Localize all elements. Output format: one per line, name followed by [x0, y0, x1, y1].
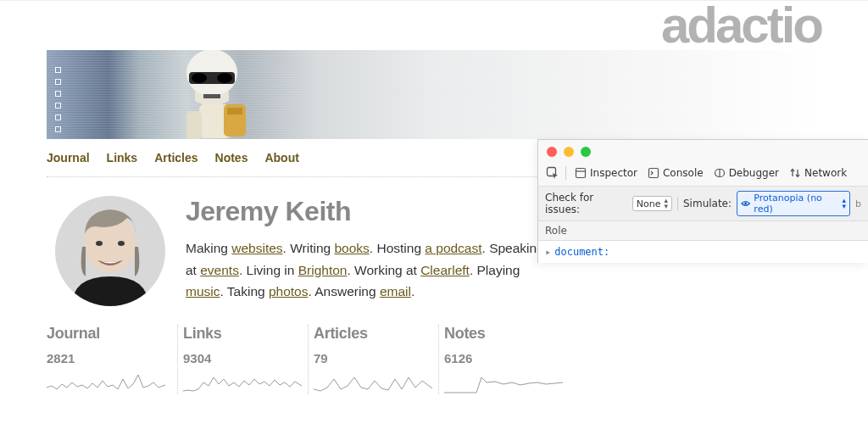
header-banner	[47, 50, 821, 139]
role-column-header: Role	[538, 221, 868, 241]
stormtrooper-image	[161, 50, 288, 139]
tab-network[interactable]: Network	[786, 165, 850, 181]
stat-journal[interactable]: Journal 2821	[47, 325, 177, 394]
tab-inspector[interactable]: Inspector	[571, 165, 641, 181]
nav-notes[interactable]: Notes	[215, 151, 248, 165]
svg-rect-14	[576, 169, 586, 178]
stat-count: 2821	[47, 351, 177, 365]
link-photos[interactable]: photos	[269, 284, 309, 298]
stat-count: 79	[314, 351, 438, 365]
link-websites[interactable]: websites	[231, 241, 282, 255]
nav-about[interactable]: About	[264, 151, 298, 165]
stat-label: Links	[183, 325, 308, 343]
window-controls	[538, 140, 868, 162]
tree-node-document[interactable]: document:	[554, 246, 609, 258]
link-music[interactable]: music	[186, 284, 220, 298]
link-brighton[interactable]: Brighton	[298, 263, 348, 277]
svg-point-12	[118, 241, 125, 246]
simulate-select[interactable]: Protanopia (no red) ▴▾	[737, 191, 850, 216]
link-podcast[interactable]: a podcast	[425, 241, 481, 255]
sparkline	[47, 371, 165, 394]
decorative-squares	[55, 67, 61, 132]
accessibility-tree: ▸document:	[538, 241, 868, 263]
accessibility-toolbar: Check for issues: None ▴▾ Simulate: Prot…	[538, 187, 868, 221]
sparkline	[444, 371, 563, 394]
svg-rect-8	[186, 111, 202, 139]
svg-point-3	[217, 73, 232, 83]
stats-row: Journal 2821 Links 9304 Articles 79 Note…	[47, 320, 821, 394]
link-books[interactable]: books	[334, 241, 369, 255]
network-icon	[789, 167, 801, 179]
stat-count: 9304	[183, 351, 308, 365]
inspector-icon	[575, 167, 587, 179]
devtools-tabs: Inspector Console Debugger Network	[538, 162, 868, 187]
issues-label: Check for issues:	[545, 192, 627, 215]
eye-icon	[741, 199, 750, 208]
stat-label: Notes	[444, 325, 569, 343]
select-arrows-icon: ▴▾	[665, 198, 669, 209]
nav-journal[interactable]: Journal	[47, 151, 90, 165]
sparkline	[183, 371, 302, 394]
element-picker-icon[interactable]	[545, 165, 560, 181]
truncated-text: b	[855, 198, 861, 209]
profile-name: Jeremy Keith	[186, 196, 559, 227]
profile-bio: Jeremy Keith Making websites. Writing bo…	[186, 196, 559, 306]
nav-links[interactable]: Links	[107, 151, 138, 165]
svg-rect-7	[227, 108, 242, 114]
sparkline	[314, 371, 432, 394]
profile-description: Making websites. Writing books. Hosting …	[186, 237, 559, 303]
minimize-icon[interactable]	[564, 147, 574, 157]
stat-label: Articles	[314, 325, 438, 343]
stat-articles[interactable]: Articles 79	[308, 325, 438, 394]
tab-debugger[interactable]: Debugger	[710, 165, 782, 181]
svg-rect-4	[203, 94, 220, 98]
debugger-icon	[714, 167, 726, 179]
zoom-icon[interactable]	[581, 147, 591, 157]
stat-notes[interactable]: Notes 6126	[438, 325, 569, 394]
link-clearleft[interactable]: Clearleft	[420, 263, 470, 277]
console-icon	[648, 167, 659, 179]
nav-articles[interactable]: Articles	[154, 151, 198, 165]
svg-point-19	[744, 202, 747, 204]
simulate-label: Simulate:	[683, 198, 732, 209]
stat-links[interactable]: Links 9304	[177, 325, 308, 394]
close-icon[interactable]	[547, 147, 557, 157]
issues-select[interactable]: None ▴▾	[632, 196, 672, 211]
tree-twisty-icon[interactable]: ▸	[545, 246, 551, 258]
stat-label: Journal	[47, 325, 177, 343]
select-arrows-icon: ▴▾	[842, 198, 846, 209]
profile-avatar	[55, 196, 165, 306]
link-events[interactable]: events	[200, 263, 239, 277]
svg-rect-16	[648, 169, 658, 178]
svg-point-11	[96, 241, 103, 246]
site-title[interactable]: adactio	[661, 0, 821, 54]
stat-count: 6126	[444, 351, 569, 365]
tab-console[interactable]: Console	[644, 165, 707, 181]
link-email[interactable]: email	[380, 284, 411, 298]
svg-point-2	[192, 73, 207, 83]
devtools-panel: Inspector Console Debugger Network Check…	[537, 139, 868, 263]
